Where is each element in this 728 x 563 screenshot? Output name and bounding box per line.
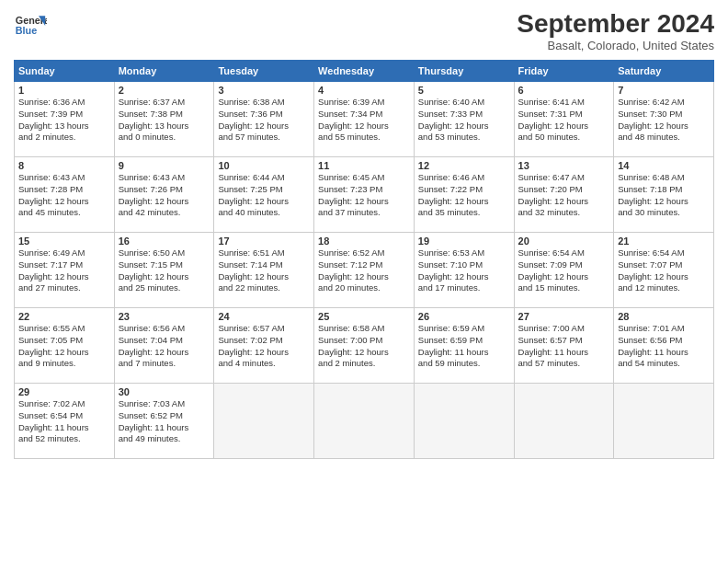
calendar-cell: 21Sunrise: 6:54 AMSunset: 7:07 PMDayligh… [614,233,714,308]
day-info-line: Sunset: 7:30 PM [618,109,682,119]
location: Basalt, Colorado, United States [517,39,714,52]
day-info-line: Daylight: 12 hours [318,271,389,282]
day-info-line: Sunrise: 7:03 AM [119,398,185,408]
day-info-line: and 0 minutes. [119,132,176,142]
day-info-line: Sunrise: 6:54 AM [618,247,684,258]
day-info-line: Sunrise: 7:01 AM [618,323,684,333]
day-info-line: and 32 minutes. [518,207,581,217]
day-info-line: Daylight: 12 hours [218,347,289,357]
day-info: Sunrise: 7:03 AMSunset: 6:52 PMDaylight:… [119,398,210,445]
calendar-cell: 28Sunrise: 7:01 AMSunset: 6:56 PMDayligh… [614,308,714,384]
day-info-line: Sunrise: 6:45 AM [318,172,384,182]
day-info-line: Sunset: 7:05 PM [18,335,83,345]
day-info-line: Sunset: 7:25 PM [218,184,282,194]
day-info: Sunrise: 6:58 AMSunset: 7:00 PMDaylight:… [318,323,410,370]
calendar-cell: 10Sunrise: 6:44 AMSunset: 7:25 PMDayligh… [214,157,314,233]
day-number: 15 [18,236,110,247]
day-info-line: Daylight: 12 hours [218,196,289,206]
page-container: General Blue September 2024 Basalt, Colo… [0,0,728,468]
calendar-cell: 11Sunrise: 6:45 AMSunset: 7:23 PMDayligh… [314,157,415,233]
day-info-line: Daylight: 12 hours [119,347,189,357]
day-info-line: and 17 minutes. [418,282,481,293]
day-info-line: and 54 minutes. [618,358,680,368]
day-number: 28 [618,311,710,322]
day-info-line: and 55 minutes. [318,132,381,142]
day-number: 24 [218,311,310,322]
day-info: Sunrise: 6:54 AMSunset: 7:09 PMDaylight:… [518,247,610,294]
calendar-cell: 17Sunrise: 6:51 AMSunset: 7:14 PMDayligh… [214,233,314,308]
calendar-week-4: 29Sunrise: 7:02 AMSunset: 6:54 PMDayligh… [15,384,714,459]
day-info: Sunrise: 7:02 AMSunset: 6:54 PMDaylight:… [18,398,110,445]
day-info-line: and 50 minutes. [518,132,581,142]
calendar-cell: 27Sunrise: 7:00 AMSunset: 6:57 PMDayligh… [514,308,614,384]
day-info-line: and 37 minutes. [318,207,381,217]
day-info-line: Sunset: 7:17 PM [18,259,83,270]
day-info-line: and 27 minutes. [18,282,81,293]
day-info-line: Daylight: 12 hours [318,196,389,206]
calendar-cell: 1Sunrise: 6:36 AMSunset: 7:39 PMDaylight… [15,82,115,157]
day-number: 21 [618,236,710,247]
day-number: 1 [18,85,110,96]
day-number: 18 [318,236,410,247]
day-info-line: Sunset: 6:56 PM [618,335,682,345]
day-info: Sunrise: 6:53 AMSunset: 7:10 PMDaylight:… [418,247,510,294]
calendar-cell: 15Sunrise: 6:49 AMSunset: 7:17 PMDayligh… [15,233,115,308]
day-info-line: Daylight: 11 hours [418,347,489,357]
day-info: Sunrise: 6:56 AMSunset: 7:04 PMDaylight:… [119,323,210,370]
day-info-line: and 12 minutes. [618,282,680,293]
day-info-line: Sunrise: 6:37 AM [119,97,185,107]
day-info-line: Sunset: 7:04 PM [119,335,183,345]
calendar-cell: 13Sunrise: 6:47 AMSunset: 7:20 PMDayligh… [514,157,614,233]
day-number: 7 [618,85,710,96]
calendar-cell: 20Sunrise: 6:54 AMSunset: 7:09 PMDayligh… [514,233,614,308]
day-info-line: Sunset: 7:10 PM [418,259,483,270]
day-number: 19 [418,236,510,247]
day-info-line: Sunrise: 7:02 AM [18,398,85,408]
day-info-line: Sunset: 7:22 PM [418,184,483,194]
day-info: Sunrise: 6:54 AMSunset: 7:07 PMDaylight:… [618,247,710,294]
day-info-line: Sunrise: 6:46 AM [418,172,484,182]
calendar-cell: 19Sunrise: 6:53 AMSunset: 7:10 PMDayligh… [414,233,514,308]
day-info-line: Daylight: 12 hours [18,347,89,357]
day-info: Sunrise: 7:01 AMSunset: 6:56 PMDaylight:… [618,323,710,370]
calendar-cell: 18Sunrise: 6:52 AMSunset: 7:12 PMDayligh… [314,233,415,308]
day-info-line: Sunrise: 6:39 AM [318,97,384,107]
day-info-line: Sunrise: 6:59 AM [418,323,484,333]
calendar-cell: 6Sunrise: 6:41 AMSunset: 7:31 PMDaylight… [514,82,614,157]
day-info-line: Daylight: 12 hours [218,121,289,131]
day-number: 5 [418,85,510,96]
calendar-cell: 23Sunrise: 6:56 AMSunset: 7:04 PMDayligh… [114,308,214,384]
day-info-line: Sunrise: 6:52 AM [318,247,384,258]
day-info: Sunrise: 6:37 AMSunset: 7:38 PMDaylight:… [119,97,210,144]
day-info-line: Sunset: 7:33 PM [418,109,483,119]
day-info-line: and 45 minutes. [18,207,81,217]
day-info-line: Sunset: 7:12 PM [318,259,382,270]
day-info-line: and 52 minutes. [18,433,81,443]
day-info-line: Sunset: 7:38 PM [119,109,183,119]
day-number: 2 [119,85,210,96]
day-info-line: Sunrise: 6:38 AM [218,97,284,107]
month-title: September 2024 [517,9,714,39]
calendar-cell: 14Sunrise: 6:48 AMSunset: 7:18 PMDayligh… [614,157,714,233]
day-number: 10 [218,160,310,171]
day-info-line: Sunset: 7:31 PM [518,109,583,119]
day-info-line: Sunset: 7:02 PM [218,335,282,345]
calendar-cell: 30Sunrise: 7:03 AMSunset: 6:52 PMDayligh… [114,384,214,459]
day-info: Sunrise: 6:41 AMSunset: 7:31 PMDaylight:… [518,97,610,144]
day-number: 14 [618,160,710,171]
day-info-line: Sunset: 7:00 PM [318,335,382,345]
calendar-cell: 16Sunrise: 6:50 AMSunset: 7:15 PMDayligh… [114,233,214,308]
day-info-line: Sunset: 7:09 PM [518,259,583,270]
day-info-line: Sunrise: 6:48 AM [618,172,684,182]
day-number: 29 [18,386,110,397]
day-info-line: Daylight: 11 hours [18,422,89,432]
calendar-cell [614,384,714,459]
calendar-week-2: 15Sunrise: 6:49 AMSunset: 7:17 PMDayligh… [15,233,714,308]
day-info-line: and 20 minutes. [318,282,381,293]
col-saturday: Saturday [614,61,714,82]
day-info-line: Sunset: 7:20 PM [518,184,583,194]
day-info-line: Daylight: 12 hours [18,196,89,206]
day-info-line: and 22 minutes. [218,282,280,293]
day-info-line: Sunrise: 6:47 AM [518,172,585,182]
day-info-line: Daylight: 12 hours [119,271,189,282]
